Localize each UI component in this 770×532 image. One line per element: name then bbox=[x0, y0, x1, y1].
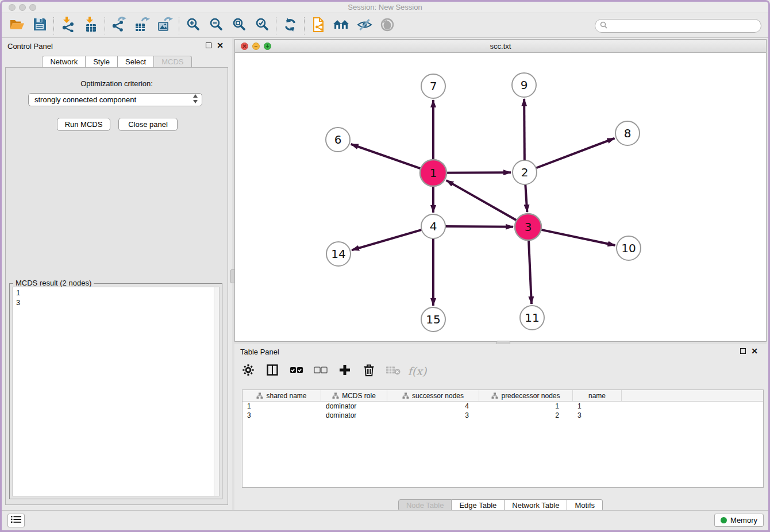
column-header-successor-nodes[interactable]: successor nodes bbox=[387, 390, 479, 401]
delete-table-button[interactable] bbox=[385, 363, 401, 379]
cell-predecessor-nodes[interactable]: 1 bbox=[479, 402, 573, 411]
cell-shared-name[interactable]: 3 bbox=[242, 411, 321, 420]
deselect-all-button[interactable] bbox=[313, 363, 329, 379]
float-table-panel-icon[interactable] bbox=[740, 348, 746, 354]
toolbar-separator bbox=[304, 17, 305, 34]
columns-icon bbox=[266, 364, 279, 379]
export-table-button[interactable] bbox=[130, 15, 153, 37]
checked-boxes-icon bbox=[290, 366, 303, 376]
close-panel-icon[interactable]: ✕ bbox=[217, 41, 224, 50]
graph-edge-3-10[interactable] bbox=[540, 229, 615, 245]
table-panel-title: Table Panel bbox=[240, 348, 279, 356]
hide-selected-button[interactable] bbox=[353, 15, 376, 37]
save-session-button[interactable] bbox=[28, 15, 51, 37]
network-graph[interactable]: 7968124314101511 bbox=[235, 53, 766, 341]
select-all-button[interactable] bbox=[288, 363, 305, 379]
add-column-button[interactable] bbox=[337, 363, 353, 379]
gear-icon bbox=[242, 364, 255, 379]
toolbar-separator bbox=[53, 17, 54, 34]
zoom-out-button[interactable] bbox=[205, 15, 228, 37]
graph-edge-1-6[interactable] bbox=[351, 144, 422, 169]
control-panel-tabs: Network Style Select MCDS bbox=[2, 56, 232, 68]
mcds-result-item[interactable]: 3 bbox=[16, 298, 219, 307]
cell-predecessor-nodes[interactable]: 2 bbox=[479, 411, 573, 420]
graph-edge-2-8[interactable] bbox=[535, 138, 615, 169]
memory-button[interactable]: Memory bbox=[714, 514, 764, 527]
open-folder-icon bbox=[9, 17, 25, 34]
list-icon bbox=[11, 515, 21, 526]
column-header-shared-name[interactable]: shared name bbox=[242, 390, 321, 401]
graph-edge-3-11[interactable] bbox=[529, 239, 532, 304]
graph-edge-3-1[interactable] bbox=[446, 180, 518, 221]
mcds-result-item[interactable]: 1 bbox=[16, 288, 219, 298]
graph-node-label-2: 2 bbox=[521, 165, 529, 179]
graph-edge-2-9[interactable] bbox=[524, 99, 525, 161]
toolbar-separator bbox=[179, 17, 179, 34]
zoom-in-button[interactable] bbox=[182, 15, 205, 37]
export-image-button[interactable] bbox=[153, 15, 176, 37]
show-all-button[interactable] bbox=[376, 15, 399, 37]
refresh-icon bbox=[283, 17, 298, 34]
clone-network-button[interactable] bbox=[307, 15, 330, 37]
task-history-button[interactable] bbox=[7, 514, 25, 527]
main-toolbar bbox=[2, 14, 768, 38]
delete-column-button[interactable] bbox=[361, 363, 377, 379]
criterion-dropdown[interactable]: strongly connected component bbox=[28, 93, 202, 106]
result-scrollbar[interactable] bbox=[214, 287, 219, 496]
app-window: Session: New Session bbox=[0, 0, 770, 532]
export-network-button[interactable] bbox=[107, 15, 130, 37]
cell-successor-nodes[interactable]: 3 bbox=[387, 411, 479, 420]
graph-edge-4-3[interactable] bbox=[444, 226, 513, 227]
cell-mcds-role[interactable]: dominator bbox=[321, 411, 387, 420]
node-table: shared name MCDS role successor nodes pr… bbox=[242, 390, 764, 488]
table-tabs: Node Table Edge Table Network Table Moti… bbox=[234, 499, 767, 511]
column-header-predecessor-nodes[interactable]: predecessor nodes bbox=[479, 390, 573, 401]
table-settings-button[interactable] bbox=[240, 363, 256, 379]
graph-edge-2-3[interactable] bbox=[525, 183, 527, 212]
cell-name[interactable]: 3 bbox=[573, 411, 622, 420]
refresh-button[interactable] bbox=[279, 15, 302, 37]
graph-node-label-7: 7 bbox=[430, 79, 437, 93]
table-row[interactable]: 1 dominator 4 1 1 bbox=[242, 402, 763, 411]
first-neighbors-button[interactable] bbox=[330, 15, 353, 37]
tab-network-table[interactable]: Network Table bbox=[505, 499, 567, 511]
import-table-button[interactable] bbox=[79, 15, 102, 37]
search-box[interactable] bbox=[595, 19, 761, 33]
graph-node-label-3: 3 bbox=[525, 220, 532, 234]
mcds-result-list[interactable]: 1 3 bbox=[12, 287, 220, 496]
network-window-titlebar: ✕ − + scc.txt bbox=[235, 40, 766, 53]
close-panel-button[interactable]: Close panel bbox=[118, 118, 178, 131]
tab-node-table[interactable]: Node Table bbox=[398, 499, 452, 511]
zoom-fit-button[interactable] bbox=[228, 15, 251, 37]
fx-icon: f(x) bbox=[408, 365, 427, 377]
tab-motifs[interactable]: Motifs bbox=[567, 499, 603, 511]
column-header-name[interactable]: name bbox=[573, 390, 622, 401]
show-column-button[interactable] bbox=[264, 363, 280, 379]
network-canvas[interactable]: 7968124314101511 bbox=[235, 53, 766, 341]
save-icon bbox=[33, 17, 47, 34]
tab-mcds[interactable]: MCDS bbox=[154, 56, 191, 68]
column-header-mcds-role[interactable]: MCDS role bbox=[321, 390, 387, 401]
network-window-title: scc.txt bbox=[235, 42, 766, 51]
zoom-in-icon bbox=[186, 17, 201, 34]
zoom-selected-button[interactable] bbox=[251, 15, 274, 37]
tab-select[interactable]: Select bbox=[118, 56, 154, 68]
tab-network[interactable]: Network bbox=[42, 56, 86, 68]
close-table-panel-icon[interactable]: ✕ bbox=[751, 346, 758, 356]
float-panel-icon[interactable] bbox=[206, 43, 211, 48]
search-input[interactable] bbox=[607, 22, 761, 30]
run-mcds-button[interactable]: Run MCDS bbox=[57, 118, 110, 131]
tab-style[interactable]: Style bbox=[86, 56, 118, 68]
function-builder-button[interactable]: f(x) bbox=[409, 363, 425, 379]
graph-edge-4-14[interactable] bbox=[352, 229, 423, 250]
cell-name[interactable]: 1 bbox=[573, 402, 622, 411]
cell-mcds-role[interactable]: dominator bbox=[321, 402, 387, 411]
tab-edge-table[interactable]: Edge Table bbox=[452, 499, 505, 511]
graph-edge-1-2[interactable] bbox=[445, 172, 511, 173]
eye-disabled-icon bbox=[380, 17, 395, 34]
cell-successor-nodes[interactable]: 4 bbox=[387, 402, 479, 411]
open-file-button[interactable] bbox=[5, 15, 28, 37]
table-row[interactable]: 3 dominator 3 2 3 bbox=[242, 411, 763, 420]
cell-shared-name[interactable]: 1 bbox=[242, 402, 321, 411]
import-network-button[interactable] bbox=[56, 15, 79, 37]
